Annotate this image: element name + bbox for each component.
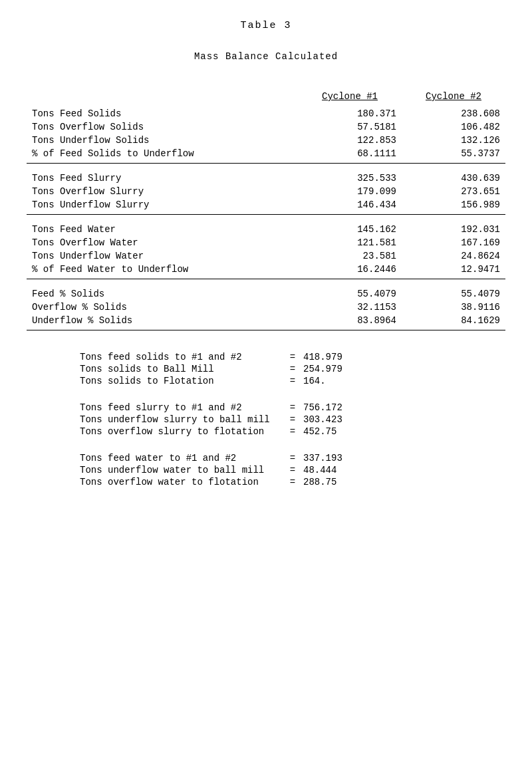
table-row: Tons Feed Slurry 325.533 430.639	[27, 172, 505, 185]
row-label: Tons Feed Slurry	[27, 172, 298, 185]
summary-group: Tons feed water to #1 and #2 = 337.193 T…	[80, 453, 505, 487]
table-row: Tons Underflow Slurry 146.434 156.989	[27, 198, 505, 211]
cyclone2-header: Cyclone #2	[402, 88, 505, 107]
row-label: Overflow % Solids	[27, 301, 298, 314]
row-label: Tons Overflow Solids	[27, 120, 298, 134]
subtitle: Mass Balance Calculated	[27, 51, 505, 62]
row-c1: 83.8964	[298, 314, 402, 327]
summary-label: Tons overflow water to flotation	[80, 477, 286, 487]
summary-row: Tons solids to Ball Mill = 254.979	[80, 364, 505, 374]
row-c1: 23.581	[298, 249, 402, 263]
summary-label: Tons feed water to #1 and #2	[80, 453, 286, 463]
row-c1: 57.5181	[298, 120, 402, 134]
summary-eq: =	[286, 453, 299, 463]
table-row: Tons Overflow Slurry 179.099 273.651	[27, 185, 505, 198]
row-c2: 238.608	[402, 107, 505, 120]
row-c2: 84.1629	[402, 314, 505, 327]
row-c1: 16.2446	[298, 263, 402, 276]
summary-value: 164.	[299, 376, 352, 386]
summary-row: Tons underflow water to ball mill = 48.4…	[80, 465, 505, 475]
row-c1: 145.162	[298, 223, 402, 236]
row-c2: 156.989	[402, 198, 505, 211]
section-divider-row	[27, 211, 505, 216]
table-row: % of Feed Solids to Underflow 68.1111 55…	[27, 147, 505, 160]
section-divider-row	[27, 276, 505, 281]
row-label: % of Feed Water to Underflow	[27, 263, 298, 276]
row-c1: 179.099	[298, 185, 402, 198]
summary-value: 48.444	[299, 465, 352, 475]
summary-row: Tons underflow slurry to ball mill = 303…	[80, 414, 505, 425]
table-row: Tons Feed Solids 180.371 238.608	[27, 107, 505, 120]
summary-value: 756.172	[299, 402, 352, 413]
row-label: Tons Overflow Water	[27, 236, 298, 249]
cyclone1-header: Cyclone #1	[298, 88, 402, 107]
row-c2: 167.169	[402, 236, 505, 249]
table-row: Overflow % Solids 32.1153 38.9116	[27, 301, 505, 314]
summary-row: Tons feed solids to #1 and #2 = 418.979	[80, 352, 505, 362]
table-row: Tons Underflow Water 23.581 24.8624	[27, 249, 505, 263]
summary-value: 303.423	[299, 414, 352, 425]
row-c1: 32.1153	[298, 301, 402, 314]
table-row: Tons Underflow Solids 122.853 132.126	[27, 134, 505, 147]
summary-label: Tons overflow slurry to flotation	[80, 426, 286, 437]
row-c1: 68.1111	[298, 147, 402, 160]
summary-label: Tons underflow slurry to ball mill	[80, 414, 286, 425]
table-row: Tons Overflow Solids 57.5181 106.482	[27, 120, 505, 134]
label-col-header	[27, 88, 298, 107]
summary-label: Tons solids to Ball Mill	[80, 364, 286, 374]
row-label: Tons Underflow Solids	[27, 134, 298, 147]
row-c2: 106.482	[402, 120, 505, 134]
summary-value: 254.979	[299, 364, 352, 374]
summary-eq: =	[286, 426, 299, 437]
section-divider-row	[27, 160, 505, 165]
row-c2: 38.9116	[402, 301, 505, 314]
table-row: % of Feed Water to Underflow 16.2446 12.…	[27, 263, 505, 276]
row-label: Tons Underflow Water	[27, 249, 298, 263]
row-c2: 55.3737	[402, 147, 505, 160]
row-c1: 180.371	[298, 107, 402, 120]
section-divider-row	[27, 327, 505, 332]
summary-label: Tons solids to Flotation	[80, 376, 286, 386]
row-label: Tons Feed Water	[27, 223, 298, 236]
summary-group: Tons feed solids to #1 and #2 = 418.979 …	[80, 352, 505, 386]
summary-group: Tons feed slurry to #1 and #2 = 756.172 …	[80, 402, 505, 437]
table-row: Tons Overflow Water 121.581 167.169	[27, 236, 505, 249]
summary-eq: =	[286, 414, 299, 425]
summary-label: Tons feed solids to #1 and #2	[80, 352, 286, 362]
summary-row: Tons solids to Flotation = 164.	[80, 376, 505, 386]
summary-eq: =	[286, 465, 299, 475]
summary-row: Tons feed water to #1 and #2 = 337.193	[80, 453, 505, 463]
summary-section: Tons feed solids to #1 and #2 = 418.979 …	[27, 352, 505, 487]
row-label: Feed % Solids	[27, 287, 298, 301]
summary-value: 288.75	[299, 477, 352, 487]
row-label: Tons Underflow Slurry	[27, 198, 298, 211]
summary-row: Tons feed slurry to #1 and #2 = 756.172	[80, 402, 505, 413]
page-title: Table 3	[27, 20, 505, 31]
table-row: Feed % Solids 55.4079 55.4079	[27, 287, 505, 301]
summary-eq: =	[286, 477, 299, 487]
row-c1: 55.4079	[298, 287, 402, 301]
row-c1: 121.581	[298, 236, 402, 249]
summary-row: Tons overflow slurry to flotation = 452.…	[80, 426, 505, 437]
row-c2: 273.651	[402, 185, 505, 198]
row-c2: 430.639	[402, 172, 505, 185]
summary-eq: =	[286, 402, 299, 413]
summary-eq: =	[286, 352, 299, 362]
row-c2: 132.126	[402, 134, 505, 147]
table-row: Tons Feed Water 145.162 192.031	[27, 223, 505, 236]
row-c1: 325.533	[298, 172, 402, 185]
row-label: Underflow % Solids	[27, 314, 298, 327]
summary-value: 337.193	[299, 453, 352, 463]
summary-eq: =	[286, 364, 299, 374]
summary-row: Tons overflow water to flotation = 288.7…	[80, 477, 505, 487]
summary-eq: =	[286, 376, 299, 386]
row-c1: 122.853	[298, 134, 402, 147]
summary-value: 418.979	[299, 352, 352, 362]
row-c2: 192.031	[402, 223, 505, 236]
row-c1: 146.434	[298, 198, 402, 211]
row-label: Tons Overflow Slurry	[27, 185, 298, 198]
row-label: Tons Feed Solids	[27, 107, 298, 120]
summary-label: Tons feed slurry to #1 and #2	[80, 402, 286, 413]
row-label: % of Feed Solids to Underflow	[27, 147, 298, 160]
row-c2: 12.9471	[402, 263, 505, 276]
